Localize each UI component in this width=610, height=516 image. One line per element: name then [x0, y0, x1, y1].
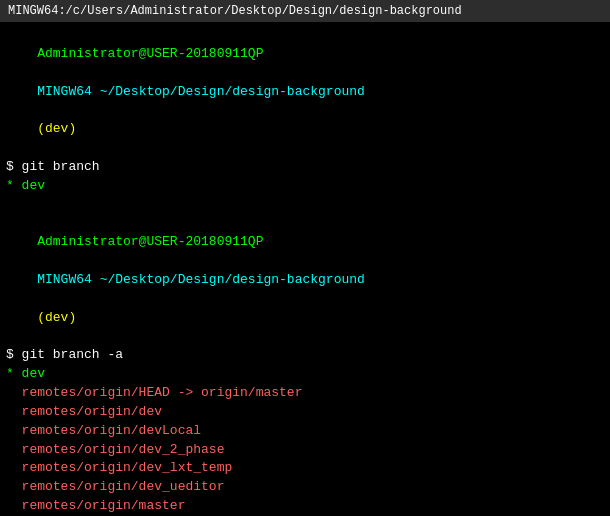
- prompt-line-2: Administrator@USER-20180911QP MINGW64 ~/…: [6, 214, 604, 346]
- title-bar: MINGW64:/c/Users/Administrator/Desktop/D…: [0, 0, 610, 22]
- prompt-branch-1: (dev): [37, 121, 76, 136]
- prompt-line-1: Administrator@USER-20180911QP MINGW64 ~/…: [6, 26, 604, 158]
- command-line-1: $ git branch: [6, 158, 604, 177]
- prompt-user-1: Administrator@USER-20180911QP: [37, 46, 263, 61]
- prompt-path-1: MINGW64 ~/Desktop/Design/design-backgrou…: [37, 84, 365, 99]
- output-1-1: * dev: [6, 177, 604, 196]
- command-line-2: $ git branch -a: [6, 346, 604, 365]
- title-text: MINGW64:/c/Users/Administrator/Desktop/D…: [8, 4, 462, 18]
- terminal: Administrator@USER-20180911QP MINGW64 ~/…: [0, 22, 610, 516]
